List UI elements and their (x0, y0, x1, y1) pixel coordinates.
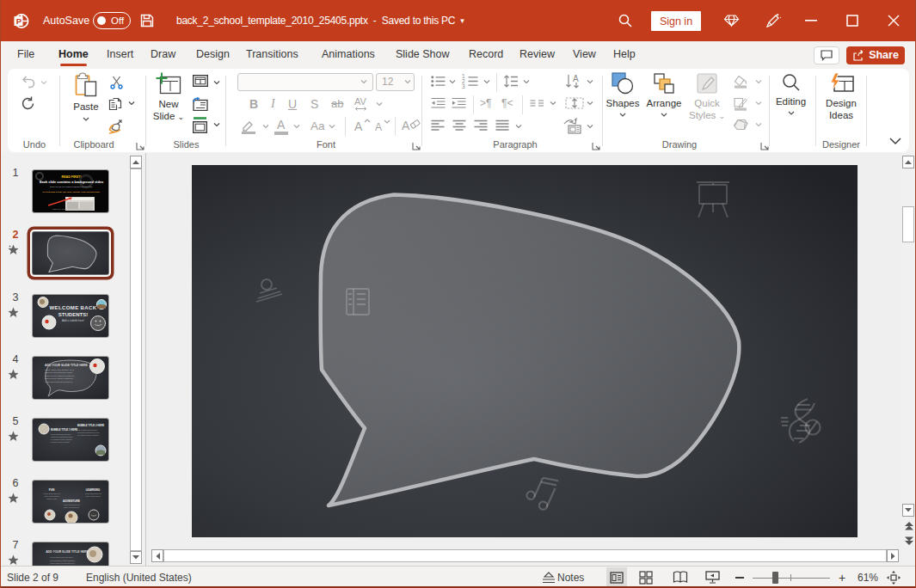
svg-text:ornare at vita. Makeover night: ornare at vita. Makeover night per (45, 375, 75, 377)
svg-text:anim ad there. Etiam vestibulu: anim ad there. Etiam vestibulum (45, 377, 73, 379)
svg-text:LEARNING: LEARNING (86, 488, 101, 492)
svg-text:STUDENTS!: STUDENTS! (58, 312, 88, 317)
svg-text:Lorem ipsum dolor sit: Lorem ipsum dolor sit (84, 493, 101, 494)
svg-text:Lorem ipsum dolor sit: Lorem ipsum dolor sit (63, 504, 80, 505)
svg-text:consectetur adipiscing elit se: consectetur adipiscing elit sed (77, 432, 99, 433)
svg-text:BUBBLE TITLE 2 HERE: BUBBLE TITLE 2 HERE (77, 424, 104, 427)
svg-text:READ FIRST!: READ FIRST! (62, 175, 82, 179)
svg-text:ADVENTURE: ADVENTURE (63, 499, 80, 503)
svg-text:Add a subtitle here!: Add a subtitle here! (62, 319, 84, 322)
svg-text:To view how a slide will look,: To view how a slide will look, choose Vi… (42, 191, 101, 193)
svg-text:WELCOME BACK: WELCOME BACK (49, 305, 96, 310)
svg-text:quam ornare at vita makeover: quam ornare at vita makeover (50, 562, 75, 564)
svg-text:AV: AV (354, 96, 367, 107)
svg-text:Lorem ipsum dolor sit amet: Lorem ipsum dolor sit amet (51, 433, 71, 435)
svg-text:Lorem ipsum dolor sit: Lorem ipsum dolor sit (43, 493, 60, 494)
svg-text:Lorem ipsum dolor sit amet: Lorem ipsum dolor sit amet (77, 429, 97, 431)
svg-text:amet, nulla suscipit: amet, nulla suscipit (64, 506, 78, 509)
svg-text:ut labore et dolore magna: ut labore et dolore magna (51, 441, 70, 443)
svg-text:www.free-powerpoint-templates-: www.free-powerpoint-templates-design.com (52, 208, 93, 211)
svg-text:P: P (16, 16, 22, 26)
svg-text:ADD YOUR SLIDE TITLE HERE: ADD YOUR SLIDE TITLE HERE (46, 550, 89, 554)
svg-text:BUBBLE TITLE 1 HERE: BUBBLE TITLE 1 HERE (51, 428, 77, 432)
svg-text:A: A (573, 74, 579, 83)
svg-text:FUN: FUN (49, 488, 55, 492)
svg-text:do eiusmod tempor incididunt: do eiusmod tempor incididunt (51, 438, 72, 440)
svg-text:amet, nulla suscipit: amet, nulla suscipit (85, 495, 100, 498)
svg-text:ADD YOUR SLIDE TITLE HERE: ADD YOUR SLIDE TITLE HERE (45, 364, 88, 367)
svg-text:consectetur adipiscing elit se: consectetur adipiscing elit sed (51, 436, 72, 438)
svg-text:in this amet templates hendrer: in this amet templates hendrerit. (45, 381, 73, 383)
svg-text:A: A (354, 119, 363, 133)
svg-text:Each slide contains a backgrou: Each slide contains a background video (40, 180, 104, 184)
svg-text:integer in this: integer in this (46, 498, 57, 499)
svg-text:nulla suscipit in this templat: nulla suscipit in this templates (50, 560, 76, 561)
svg-text:These are the very pictures an: These are the very pictures animated ove… (50, 186, 94, 187)
svg-text:A: A (402, 119, 410, 132)
svg-text:A: A (375, 121, 382, 133)
svg-text:do eiusmod tempor incididunt: do eiusmod tempor incididunt (77, 434, 99, 436)
